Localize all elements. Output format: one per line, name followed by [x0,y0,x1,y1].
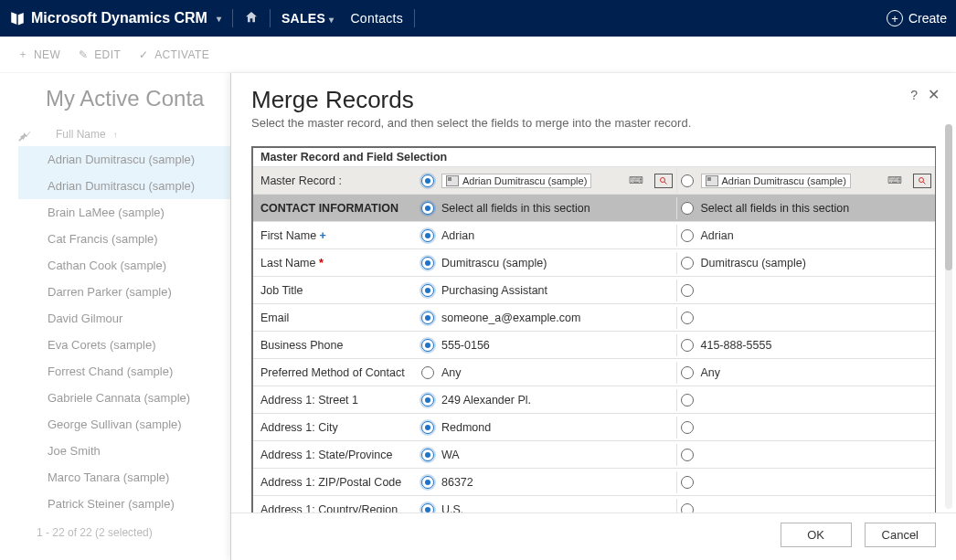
radio-icon[interactable] [421,202,434,215]
field-row: Emailsomeone_a@example.com [253,303,935,331]
field-option-a[interactable]: WA [418,444,676,466]
radio-icon[interactable] [681,503,694,513]
lookup-icon[interactable] [913,174,931,188]
field-option-a[interactable]: 86372 [418,471,676,493]
field-option-b[interactable]: Dumitrascu (sample) [676,252,936,274]
field-option-b[interactable]: 415-888-5555 [676,334,936,356]
product-logo[interactable]: Microsoft Dynamics CRM ▾ [9,10,221,26]
field-option-a[interactable]: 555-0156 [418,334,676,356]
field-value: Dumitrascu (sample) [701,257,806,269]
nav-area[interactable]: SALES▾ [281,11,335,26]
select-all-b[interactable]: Select all fields in this section [676,197,936,219]
field-label: Address 1: Country/Region [253,499,418,513]
field-option-b[interactable] [676,499,936,513]
check-icon: ✓ [137,48,150,61]
radio-icon[interactable] [421,312,434,324]
nav-entity[interactable]: Contacts [350,11,403,26]
radio-icon[interactable] [421,229,434,242]
field-option-b[interactable] [676,471,936,493]
field-option-a[interactable]: U.S. [418,499,676,513]
radio-icon[interactable] [421,284,434,297]
cmd-edit[interactable]: ✎EDIT [77,48,121,61]
field-option-b[interactable] [676,280,936,301]
field-option-a[interactable]: Purchasing Assistant [418,280,676,301]
chevron-down-icon: ▾ [217,14,221,24]
contact-card-icon [706,175,718,186]
radio-icon[interactable] [681,394,694,407]
field-label: Business Phone [253,334,418,356]
field-value: Redmond [441,421,491,434]
cmd-new[interactable]: ＋NEW [16,48,60,61]
radio-icon[interactable] [681,202,694,215]
field-option-b[interactable] [676,417,936,438]
dialog-title: Merge Records [251,86,936,114]
radio-icon[interactable] [681,339,694,352]
radio-icon[interactable] [421,339,434,352]
radio-icon[interactable] [681,312,694,324]
field-option-b[interactable] [676,307,936,329]
column-fullname[interactable]: Full Name [56,128,106,141]
field-option-a[interactable]: Redmond [418,417,676,438]
field-value: Dumitrascu (sample) [441,257,547,269]
radio-icon[interactable] [681,284,694,297]
radio-icon[interactable] [681,449,694,461]
radio-icon[interactable] [421,503,434,513]
radio-icon[interactable] [421,421,434,434]
field-row: Job TitlePurchasing Assistant [253,276,935,303]
dialog-subtitle: Select the master record, and then selec… [251,116,936,130]
field-value: 555-0156 [441,339,490,352]
radio-icon[interactable] [681,229,694,242]
merge-dialog: Merge Records Select the master record, … [230,73,956,560]
field-value: 86372 [441,476,473,489]
field-option-a[interactable]: someone_a@example.com [418,307,676,329]
field-option-b[interactable]: Any [676,362,936,384]
dialog-footer: OK Cancel [231,512,956,560]
keyboard-icon[interactable]: ⌨ [629,174,643,186]
field-row: Address 1: CityRedmond [253,413,935,440]
contact-card-icon [446,175,459,186]
home-icon[interactable] [244,10,259,27]
close-icon[interactable]: ✕ [928,86,940,103]
radio-icon[interactable] [421,174,434,187]
record-chip: Adrian Dumitrascu (sample) [441,174,591,188]
master-record-row: Master Record : Adrian Dumitrascu (sampl… [253,166,935,194]
command-bar: ＋NEW ✎EDIT ✓ACTIVATE [0,37,956,73]
field-option-b[interactable] [676,389,936,411]
radio-icon[interactable] [421,394,434,407]
radio-icon[interactable] [681,421,694,434]
radio-icon[interactable] [421,366,434,379]
ok-button[interactable]: OK [781,523,852,547]
lookup-icon[interactable] [654,174,673,188]
field-value: 249 Alexander Pl. [441,394,531,407]
field-option-a[interactable]: Adrian [418,225,676,247]
select-all-a[interactable]: Select all fields in this section [418,197,676,219]
radio-icon[interactable] [681,174,694,187]
field-option-a[interactable]: Dumitrascu (sample) [418,252,676,274]
pin-icon[interactable] [16,131,29,146]
master-option-b[interactable]: Adrian Dumitrascu (sample) ⌨ [676,169,936,193]
field-label: Address 1: State/Province [253,444,418,466]
field-option-a[interactable]: Any [418,362,676,384]
radio-icon[interactable] [421,476,434,489]
scrollbar[interactable] [945,124,952,509]
divider [414,9,415,27]
radio-icon[interactable] [681,257,694,269]
create-button[interactable]: + Create [887,10,947,26]
field-option-a[interactable]: 249 Alexander Pl. [418,389,676,411]
cmd-activate[interactable]: ✓ACTIVATE [137,48,209,61]
radio-icon[interactable] [421,449,434,461]
divider [270,9,271,27]
radio-icon[interactable] [681,366,694,379]
plus-circle-icon: + [887,10,903,26]
create-label: Create [908,11,947,26]
field-option-b[interactable]: Adrian [676,225,936,247]
field-option-b[interactable] [676,444,936,466]
radio-icon[interactable] [681,476,694,489]
field-value: someone_a@example.com [441,312,580,324]
cancel-button[interactable]: Cancel [865,523,936,547]
master-option-a[interactable]: Adrian Dumitrascu (sample) ⌨ [418,169,676,193]
keyboard-icon[interactable]: ⌨ [887,174,902,186]
field-row: First Name +AdrianAdrian [253,221,935,248]
radio-icon[interactable] [421,257,434,269]
help-icon[interactable]: ? [910,88,918,102]
